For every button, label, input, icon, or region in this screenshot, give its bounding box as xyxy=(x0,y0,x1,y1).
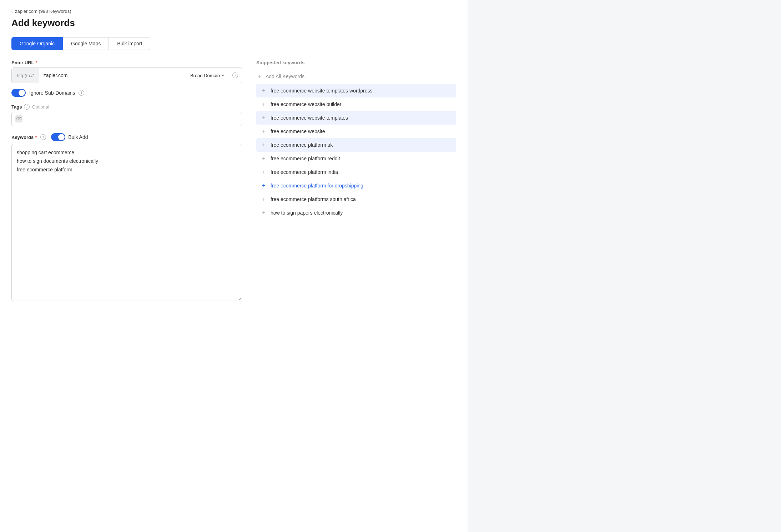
keyword-text: how to sign papers electronically xyxy=(271,210,343,216)
keyword-plus-icon: + xyxy=(261,142,267,148)
keyword-text: free ecommerce platforms south africa xyxy=(271,196,356,202)
keyword-text: free ecommerce website xyxy=(271,129,325,134)
url-info-button[interactable]: i xyxy=(229,68,242,83)
keywords-label: Keywords * xyxy=(11,135,37,140)
keyword-plus-icon: + xyxy=(261,210,267,216)
bulk-toggle-track xyxy=(51,133,65,141)
chevron-down-icon: ▾ xyxy=(222,74,224,77)
keywords-info-icon[interactable]: i xyxy=(40,134,46,140)
keyword-text: free ecommerce website templates xyxy=(271,115,348,121)
bulk-toggle-thumb xyxy=(58,134,65,140)
ignore-subdomains-row: Ignore Sub-Domains i xyxy=(11,89,242,97)
keyword-text: free ecommerce website builder xyxy=(271,101,341,107)
keyword-item[interactable]: +free ecommerce platforms south africa xyxy=(256,192,456,206)
url-info-icon: i xyxy=(232,72,238,78)
bulk-add-label: Bulk Add xyxy=(68,134,88,140)
keyword-item[interactable]: +free ecommerce platform reddit xyxy=(256,152,456,165)
tags-optional-text: Optional xyxy=(32,104,49,110)
keyword-text: free ecommerce platform reddit xyxy=(271,156,340,161)
tab-google-organic[interactable]: Google Organic xyxy=(11,37,63,50)
keyword-plus-icon: + xyxy=(261,155,267,162)
url-domain-select[interactable]: Broad Domain ▾ xyxy=(185,68,229,83)
add-all-label: Add All Keywords xyxy=(266,74,304,79)
keyword-item[interactable]: +free ecommerce website builder xyxy=(256,97,456,111)
form-left: Enter URL * http(s):// Broad Domain ▾ i xyxy=(11,60,242,302)
tags-label: Tags i Optional xyxy=(11,104,242,110)
required-star: * xyxy=(36,60,37,65)
keyword-item[interactable]: +free ecommerce platform uk xyxy=(256,138,456,152)
ignore-subdomains-toggle[interactable] xyxy=(11,89,26,97)
url-field-label: Enter URL * xyxy=(11,60,242,65)
tabs-container: Google Organic Google Maps Bulk import xyxy=(11,37,456,50)
page-container: ‹ zapier.com (998 Keywords) Add keywords… xyxy=(0,0,468,532)
toggle-track xyxy=(11,89,26,97)
keyword-text: free ecommerce platform india xyxy=(271,169,338,175)
tab-google-maps[interactable]: Google Maps xyxy=(63,37,109,50)
breadcrumb: ‹ zapier.com (998 Keywords) xyxy=(11,9,456,14)
keyword-plus-icon: + xyxy=(261,115,267,121)
suggested-keywords-title: Suggested keywords xyxy=(256,60,456,65)
toggle-thumb xyxy=(19,90,25,96)
keyword-text: free ecommerce platform uk xyxy=(271,142,333,148)
keyword-item[interactable]: +how to sign papers electronically xyxy=(256,206,456,220)
url-input[interactable] xyxy=(39,68,185,83)
form-section: Enter URL * http(s):// Broad Domain ▾ i xyxy=(11,60,456,302)
bulk-add-toggle[interactable] xyxy=(51,133,65,141)
add-all-row[interactable]: + Add All Keywords xyxy=(256,70,456,82)
keyword-plus-icon: + xyxy=(261,128,267,135)
keyword-plus-icon: + xyxy=(261,101,267,107)
keyword-plus-icon: + xyxy=(261,87,267,94)
url-input-row: http(s):// Broad Domain ▾ i xyxy=(11,67,242,83)
url-prefix: http(s):// xyxy=(12,68,39,83)
keyword-plus-icon: + xyxy=(261,182,267,189)
clear-icon-symbol: ⌫ xyxy=(16,117,22,121)
page-title: Add keywords xyxy=(11,17,456,29)
keywords-row: Keywords * i Bulk Add xyxy=(11,133,242,141)
tags-input[interactable]: ⌫ xyxy=(11,112,242,126)
keyword-item[interactable]: +free ecommerce website templates xyxy=(256,111,456,125)
suggested-keywords-list: +free ecommerce website templates wordpr… xyxy=(256,84,456,220)
tab-bulk-import[interactable]: Bulk import xyxy=(109,37,150,50)
tags-clear-icon[interactable]: ⌫ xyxy=(15,115,22,122)
tags-info-icon[interactable]: i xyxy=(24,104,30,110)
keyword-item[interactable]: +free ecommerce website xyxy=(256,125,456,138)
keyword-text: free ecommerce website templates wordpre… xyxy=(271,88,373,94)
keywords-required-star: * xyxy=(35,135,37,140)
keyword-plus-icon: + xyxy=(261,169,267,175)
keyword-item[interactable]: +free ecommerce website templates wordpr… xyxy=(256,84,456,97)
bulk-add-toggle-row: Bulk Add xyxy=(51,133,88,141)
keyword-item[interactable]: +free ecommerce platform for dropshippin… xyxy=(256,179,456,192)
keyword-plus-icon: + xyxy=(261,196,267,202)
add-all-plus-icon: + xyxy=(256,73,263,80)
keyword-item[interactable]: +free ecommerce platform india xyxy=(256,165,456,179)
form-right: Suggested keywords + Add All Keywords +f… xyxy=(256,60,456,302)
ignore-subdomains-label: Ignore Sub-Domains xyxy=(29,90,75,96)
breadcrumb-label[interactable]: zapier.com (998 Keywords) xyxy=(15,9,71,14)
ignore-subdomains-info-icon[interactable]: i xyxy=(79,90,84,96)
url-domain-label: Broad Domain xyxy=(190,73,220,78)
back-arrow-icon: ‹ xyxy=(11,9,13,14)
keywords-textarea[interactable]: shopping cart ecommerce how to sign docu… xyxy=(11,144,242,301)
keyword-text: free ecommerce platform for dropshipping xyxy=(271,183,363,189)
